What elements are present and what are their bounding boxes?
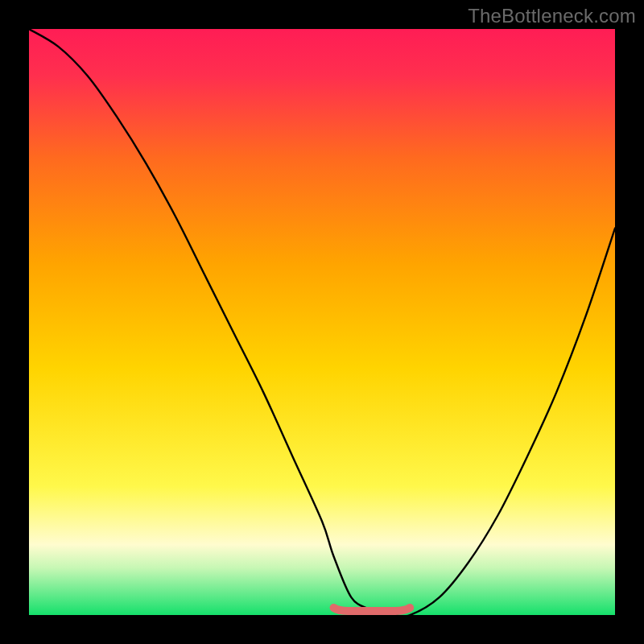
- optimal-band: [334, 608, 411, 611]
- chart-frame: TheBottleneck.com: [0, 0, 644, 644]
- chart-svg: [29, 29, 615, 615]
- attribution-label: TheBottleneck.com: [468, 5, 636, 27]
- plot-area: [29, 29, 615, 615]
